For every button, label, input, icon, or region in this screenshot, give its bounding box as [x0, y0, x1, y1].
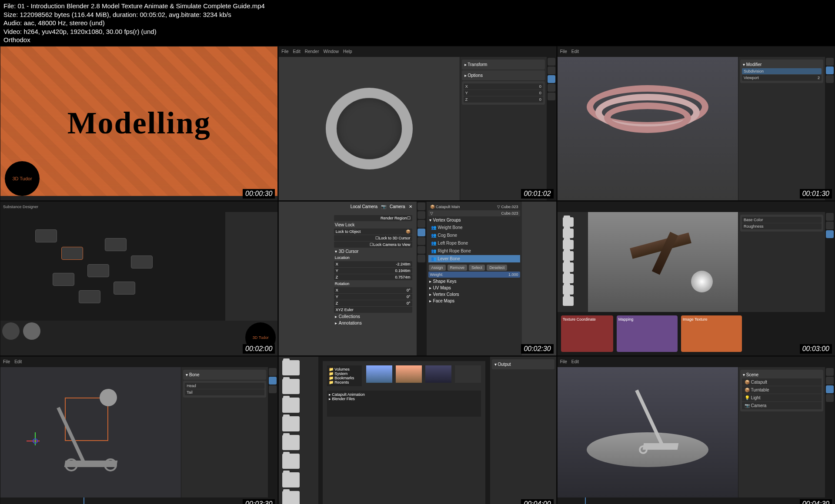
- menu-render[interactable]: Render: [305, 49, 319, 54]
- thumb-5: Local Camera 📷 Camera ✕ Render Region ☐ …: [278, 201, 556, 356]
- substance-menubar[interactable]: Substance Designer: [0, 202, 277, 212]
- properties-panel[interactable]: Base ColorRoughness: [738, 212, 825, 312]
- tex-coord-node[interactable]: Texture Coordinate: [561, 315, 613, 352]
- properties-panel[interactable]: ▾ Modifier Subdivision Viewport2: [738, 57, 825, 200]
- thumb-1: Modelling 3D Tudor 00:00:30: [0, 46, 278, 201]
- thumb-8: 📁 Volumes 📁 System 📁 Bookmarks 📁 Recents: [278, 356, 556, 504]
- thumb-4: Substance Designer 3: [0, 201, 278, 356]
- timeline[interactable]: [558, 497, 835, 504]
- panel-transform[interactable]: ▸ Transform: [464, 61, 543, 68]
- vg-left[interactable]: 👥 Left Rope Bone: [428, 239, 520, 247]
- thumbnail-grid: Modelling 3D Tudor 00:00:30 File Edit Re…: [0, 46, 835, 504]
- assign-button[interactable]: Assign: [429, 265, 446, 271]
- timestamp: 00:03:30: [243, 499, 275, 504]
- blender-menubar[interactable]: [558, 202, 835, 212]
- timestamp: 00:00:30: [243, 189, 275, 199]
- remove-button[interactable]: Remove: [448, 265, 468, 271]
- vg-cog[interactable]: 👥 Cog Bone: [428, 232, 520, 239]
- timestamp: 00:04:30: [800, 499, 832, 504]
- vertex-groups-header[interactable]: ▾ Vertex Groups: [428, 217, 520, 223]
- video-line: Video: h264, yuv420p, 1920x1080, 30.00 f…: [3, 27, 832, 36]
- select-button[interactable]: Select: [469, 265, 485, 271]
- thumb-3: File Edit ▾ Modifier Subdivision Viewpor…: [557, 46, 835, 201]
- properties-panel[interactable]: ▸ Transform ▸ Options X0Y0Z0: [460, 57, 547, 200]
- image-tex-node[interactable]: Image Texture: [681, 315, 742, 352]
- timestamp: 00:01:30: [800, 189, 832, 199]
- viewport-3d[interactable]: [558, 57, 738, 200]
- viewport-3d[interactable]: [279, 57, 459, 200]
- hdr-thumb[interactable]: [425, 365, 451, 383]
- hdr-thumb[interactable]: [366, 365, 392, 383]
- vg-right[interactable]: 👥 Right Rope Bone: [428, 247, 520, 255]
- vg-weight[interactable]: 👥 Weight Bone: [428, 224, 520, 231]
- menu-file[interactable]: File: [281, 49, 288, 54]
- file-line: File: 01 - Introduction Blender 2.8 Mode…: [3, 2, 832, 10]
- hdr-thumb[interactable]: [396, 365, 422, 383]
- catapult-model: [47, 389, 134, 476]
- blender-menubar[interactable]: File Edit: [558, 357, 835, 367]
- asset-folders[interactable]: [559, 214, 586, 309]
- folder-icon[interactable]: [563, 217, 574, 227]
- vg-lever[interactable]: 👥 Lever Bone: [428, 255, 520, 262]
- thumb-7: File Edit: [0, 356, 278, 504]
- title-text: Modelling: [67, 105, 211, 141]
- timestamp: 00:02:00: [243, 344, 275, 354]
- file-info-header: File: 01 - Introduction Blender 2.8 Mode…: [0, 0, 835, 46]
- timestamp: 00:01:02: [521, 189, 553, 199]
- thumb-6: Base ColorRoughness Texture Coordinate M…: [557, 201, 835, 356]
- material-preview-sphere: [691, 271, 713, 292]
- blender-menubar[interactable]: File Edit: [0, 357, 277, 367]
- timeline[interactable]: [0, 497, 277, 504]
- thumb-9: File Edit ▾ Scene 📦 Ca: [557, 356, 835, 504]
- menu-edit[interactable]: Edit: [293, 49, 300, 54]
- blender-menubar[interactable]: File Edit: [558, 46, 835, 57]
- progress-bar: [0, 196, 277, 200]
- timestamp: 00:02:30: [521, 344, 553, 354]
- tutor-logo: 3D Tudor: [5, 161, 40, 196]
- codec-line: Orthodox: [3, 36, 832, 44]
- tab-object-data-icon[interactable]: [418, 229, 425, 236]
- properties-panel[interactable]: 📦 Catapult Main▽ Cube.023 ▽ Cube.023 ▾ V…: [426, 202, 522, 355]
- wheel-model: [587, 85, 708, 172]
- node-graph[interactable]: [27, 212, 225, 321]
- menu-help[interactable]: Help: [343, 49, 352, 54]
- file-browser-dialog[interactable]: 📁 Volumes 📁 System 📁 Bookmarks 📁 Recents: [318, 357, 490, 504]
- render-panel[interactable]: ▾ Output: [490, 357, 556, 504]
- tab-material-icon[interactable]: [548, 93, 555, 100]
- timestamp: 00:03:00: [800, 344, 832, 354]
- deselect-button[interactable]: Deselect: [487, 265, 507, 271]
- timestamp: 00:04:00: [521, 499, 553, 504]
- property-tabs[interactable]: [547, 57, 556, 200]
- blender-menubar[interactable]: File Edit Render Window Help: [279, 46, 556, 57]
- viewport-3d[interactable]: [588, 212, 738, 312]
- ring-model: [326, 88, 413, 169]
- viewport-3d[interactable]: [558, 367, 738, 497]
- size-line: Size: 122098562 bytes (116.44 MiB), dura…: [3, 10, 832, 19]
- tab-object-icon[interactable]: [548, 75, 555, 83]
- thumb-2: File Edit Render Window Help ▸ Transform…: [278, 46, 556, 201]
- panel-options[interactable]: ▸ Options: [464, 72, 543, 79]
- menu-window[interactable]: Window: [324, 49, 339, 54]
- audio-line: Audio: aac, 48000 Hz, stereo (und): [3, 19, 832, 27]
- properties-panel[interactable]: ▾ Bone HeadTail: [181, 367, 268, 497]
- outliner-panel[interactable]: ▾ Scene 📦 Catapult 📦 Turntable 💡 Light 📷…: [738, 367, 825, 497]
- tab-modifier-icon[interactable]: [548, 84, 555, 92]
- property-tabs[interactable]: [417, 202, 426, 355]
- tab-render-icon[interactable]: [548, 58, 555, 66]
- node-editor[interactable]: Texture Coordinate Mapping Image Texture: [558, 312, 835, 355]
- mapping-node[interactable]: Mapping: [617, 315, 678, 352]
- hdr-thumb[interactable]: [455, 365, 481, 383]
- viewport-3d[interactable]: [0, 367, 181, 497]
- tab-output-icon[interactable]: [548, 66, 555, 74]
